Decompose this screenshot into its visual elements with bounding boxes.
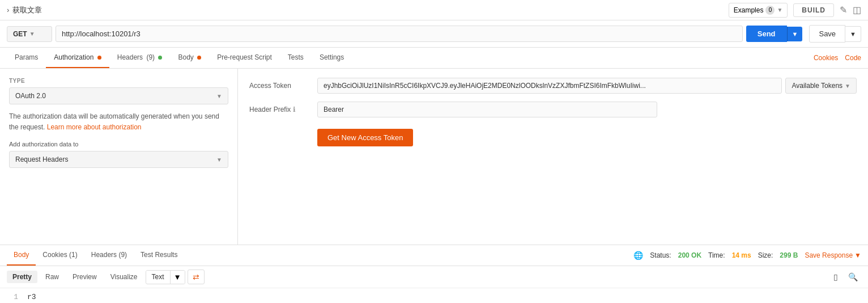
save-response-chevron: ▼ [854,251,861,259]
time-value: 14 ms [732,251,751,259]
url-input[interactable] [56,26,743,42]
header-prefix-label: Header Prefix ℹ [249,106,317,113]
size-label: Size: [758,251,773,259]
save-group: Save ▼ [809,25,861,43]
save-button[interactable]: Save [809,25,845,43]
examples-count: 0 [765,6,775,15]
page-title: 获取文章 [12,5,42,15]
pretty-button[interactable]: Pretty [7,271,37,283]
code-area: 1 r3 [0,288,868,303]
body-dot [197,56,201,60]
send-group: Send ▼ [746,26,803,42]
back-arrow[interactable]: › [7,6,9,14]
auth-type-value: OAuth 2.0 [15,92,46,100]
size-value: 299 B [780,251,798,259]
time-label: Time: [708,251,725,259]
response-meta: 🌐 Status: 200 OK Time: 14 ms Size: 299 B… [633,251,861,260]
line-content-1: r3 [27,293,36,301]
tab-params[interactable]: Params [7,48,46,68]
bottom-tabs: Body Cookies (1) Headers (9) Test Result… [0,245,868,266]
available-tokens-label: Available Tokens [792,82,843,90]
top-bar-actions: Examples 0 ▼ BUILD ✎ ◫ [729,3,861,18]
send-button[interactable]: Send [746,26,787,42]
globe-icon: 🌐 [633,251,643,260]
add-auth-value: Request Headers [15,155,68,163]
build-button[interactable]: BUILD [793,3,834,17]
tab-headers[interactable]: Headers (9) [109,48,171,68]
header-prefix-field [317,102,857,117]
raw-button[interactable]: Raw [40,271,65,283]
method-selector[interactable]: GET ▼ [7,26,52,42]
format-text-button[interactable]: Text [146,271,170,283]
token-row: Available Tokens ▼ [317,78,857,94]
code-link[interactable]: Code [845,54,861,62]
add-auth-chevron: ▼ [216,157,222,163]
tab-settings[interactable]: Settings [312,48,352,68]
header-prefix-input[interactable] [317,102,657,117]
auth-description: The authorization data will be automatic… [9,111,228,133]
bottom-tab-cookies[interactable]: Cookies (1) [36,245,84,266]
editor-bar: Pretty Raw Preview Visualize Text ▼ ⇄ ▯ … [0,266,868,288]
cookies-link[interactable]: Cookies [814,54,838,62]
wrap-button[interactable]: ⇄ [188,270,205,284]
tab-pre-request[interactable]: Pre-request Script [209,48,280,68]
available-tokens-button[interactable]: Available Tokens ▼ [785,78,857,94]
type-label: TYPE [9,78,228,84]
url-bar: GET ▼ Send ▼ Save ▼ [0,20,868,48]
search-icon[interactable]: 🔍 [845,270,861,284]
examples-button[interactable]: Examples 0 ▼ [729,3,788,18]
tab-body[interactable]: Body [170,48,209,68]
text-format-group: Text ▼ [146,270,185,284]
examples-chevron: ▼ [777,7,782,13]
edit-icon[interactable]: ✎ [840,5,847,15]
save-response-button[interactable]: Save Response ▼ [805,251,861,259]
left-panel: TYPE OAuth 2.0 ▼ The authorization data … [0,69,238,245]
headers-dot [158,56,162,60]
status-label: Status: [650,251,671,259]
save-dropdown-button[interactable]: ▼ [845,26,861,42]
bottom-tab-body[interactable]: Body [7,245,36,266]
status-value: 200 OK [678,251,701,259]
header-prefix-row: Header Prefix ℹ [249,102,857,117]
right-panel: Access Token Available Tokens ▼ Header P… [238,69,868,245]
line-number-1: 1 [7,293,18,301]
top-bar: › 获取文章 Examples 0 ▼ BUILD ✎ ◫ [0,0,868,20]
preview-button[interactable]: Preview [67,271,103,283]
access-token-label: Access Token [249,82,317,90]
bottom-tab-test-results[interactable]: Test Results [134,245,184,266]
method-label: GET [13,30,27,38]
method-chevron: ▼ [29,31,35,37]
get-token-row: Get New Access Token [317,125,857,146]
auth-dot [97,56,101,60]
visualize-button[interactable]: Visualize [105,271,143,283]
tab-tests[interactable]: Tests [280,48,312,68]
code-line-1: 1 r3 [7,293,861,301]
tabs-right-links: Cookies Code [814,54,861,62]
tab-authorization[interactable]: Authorization [46,48,109,68]
bottom-section: Body Cookies (1) Headers (9) Test Result… [0,245,868,303]
send-dropdown-button[interactable]: ▼ [787,27,803,41]
header-prefix-info-icon: ℹ [293,106,296,113]
breadcrumb: › 获取文章 [7,5,42,15]
layout-icon[interactable]: ◫ [853,5,861,15]
editor-right-actions: ▯ 🔍 [830,270,861,284]
available-tokens-chevron: ▼ [845,83,850,89]
main-content: TYPE OAuth 2.0 ▼ The authorization data … [0,69,868,245]
auth-type-select[interactable]: OAuth 2.0 ▼ [9,87,228,104]
access-token-row: Access Token Available Tokens ▼ [249,78,857,94]
learn-more-link[interactable]: Learn more about authorization [47,123,142,131]
examples-label: Examples [734,6,764,14]
copy-icon[interactable]: ▯ [830,270,841,284]
add-auth-select[interactable]: Request Headers ▼ [9,151,228,168]
format-dropdown-button[interactable]: ▼ [170,271,185,284]
add-auth-label: Add authorization data to [9,141,228,148]
auth-type-chevron: ▼ [216,93,222,99]
tabs-bar: Params Authorization Headers (9) Body Pr… [0,48,868,69]
access-token-field: Available Tokens ▼ [317,78,857,94]
bottom-tab-headers[interactable]: Headers (9) [84,245,134,266]
get-new-access-token-button[interactable]: Get New Access Token [317,129,413,146]
access-token-input[interactable] [317,78,782,94]
